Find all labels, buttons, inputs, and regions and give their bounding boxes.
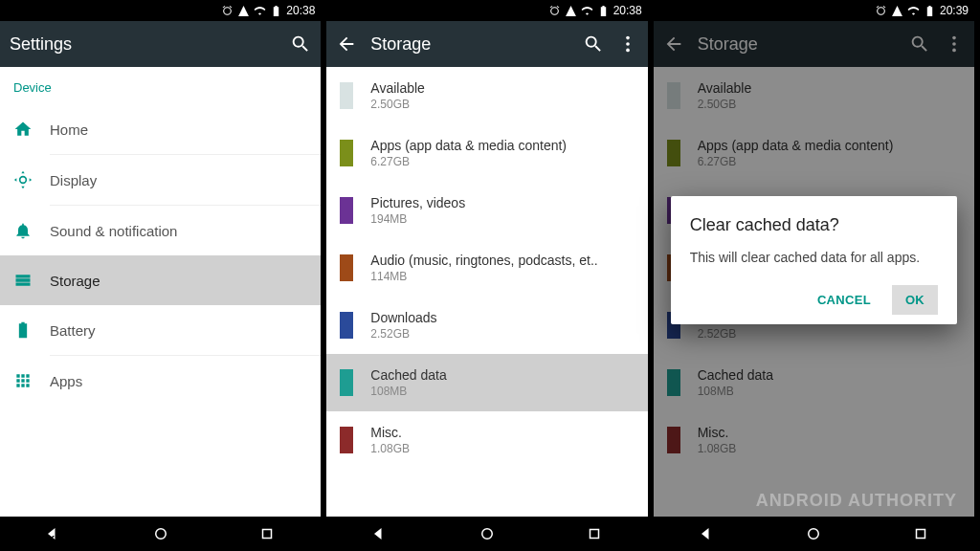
- settings-label: Battery: [50, 322, 96, 339]
- color-chip: [340, 197, 353, 224]
- svg-rect-1: [263, 530, 272, 539]
- alarm-icon: [548, 5, 561, 17]
- home-key[interactable]: [805, 525, 822, 542]
- storage-row[interactable]: Downloads2.52GB: [326, 297, 647, 354]
- storage-item-name: Pictures, videos: [370, 195, 465, 210]
- bell-icon: [11, 221, 34, 240]
- storage-item-name: Apps (app data & media content): [370, 138, 567, 153]
- storage-item-size: 2.50GB: [370, 98, 425, 111]
- color-chip: [340, 82, 353, 109]
- page-title: Settings: [10, 34, 277, 55]
- svg-rect-6: [590, 530, 598, 539]
- color-chip: [340, 369, 353, 396]
- color-chip: [340, 427, 353, 453]
- storage-row[interactable]: Available2.50GB: [326, 67, 647, 124]
- storage-icon: [11, 271, 34, 290]
- signal-icon: [891, 5, 903, 17]
- alarm-icon: [221, 5, 234, 17]
- storage-item-size: 108MB: [370, 385, 446, 398]
- storage-item-name: Downloads: [370, 310, 436, 325]
- battery-icon: [924, 5, 936, 17]
- search-icon[interactable]: [583, 33, 604, 55]
- nav-bar: [654, 517, 974, 551]
- back-key[interactable]: [371, 525, 389, 542]
- overflow-icon[interactable]: [617, 33, 638, 55]
- wifi-icon: [907, 5, 920, 17]
- status-time: 20:38: [613, 4, 642, 17]
- svg-rect-11: [917, 530, 925, 539]
- storage-dialog-panel: 20:39 Storage Available2.50GBApps (app d…: [654, 0, 980, 551]
- storage-item-size: 1.08GB: [370, 442, 410, 455]
- alarm-icon: [875, 5, 887, 17]
- settings-label: Apps: [50, 373, 82, 389]
- svg-point-4: [626, 49, 630, 53]
- status-bar: 20:38: [326, 0, 647, 21]
- home-icon: [11, 120, 34, 139]
- storage-row[interactable]: Apps (app data & media content)6.27GB: [326, 124, 647, 182]
- section-device: Device: [0, 67, 321, 104]
- svg-point-5: [482, 529, 493, 540]
- status-bar: 20:38: [0, 0, 321, 21]
- toolbar: Storage: [326, 21, 647, 67]
- settings-label: Home: [50, 121, 88, 138]
- storage-content: Available2.50GBApps (app data & media co…: [326, 67, 647, 517]
- apps-icon: [11, 371, 34, 390]
- storage-item-size: 194MB: [370, 212, 465, 226]
- storage-item-name: Audio (music, ringtones, podcasts, et..: [370, 253, 597, 268]
- dialog-body: This will clear cached data for all apps…: [690, 249, 938, 268]
- home-key[interactable]: [152, 525, 169, 542]
- battery-icon: [597, 5, 610, 17]
- back-key[interactable]: [699, 525, 716, 542]
- svg-point-10: [809, 529, 819, 540]
- color-chip: [340, 254, 353, 281]
- svg-point-3: [626, 42, 630, 46]
- settings-row-home[interactable]: Home: [0, 104, 321, 154]
- svg-point-0: [155, 529, 166, 540]
- back-icon[interactable]: [336, 33, 357, 55]
- recent-key[interactable]: [912, 525, 929, 542]
- status-time: 20:39: [940, 4, 969, 17]
- dialog-title: Clear cached data?: [690, 215, 938, 235]
- settings-row-battery[interactable]: Battery: [0, 305, 321, 355]
- settings-label: Display: [50, 172, 97, 188]
- storage-item-size: 6.27GB: [370, 155, 567, 168]
- color-chip: [340, 140, 353, 166]
- color-chip: [340, 312, 353, 339]
- search-icon[interactable]: [290, 33, 311, 55]
- signal-icon: [237, 5, 250, 17]
- wifi-icon: [254, 5, 266, 17]
- ok-button[interactable]: OK: [892, 285, 938, 315]
- recent-key[interactable]: [586, 525, 603, 542]
- storage-item-name: Misc.: [370, 425, 410, 440]
- settings-label: Sound & notification: [50, 223, 177, 239]
- page-title: Storage: [370, 34, 568, 55]
- status-bar: 20:39: [654, 0, 974, 21]
- battery-icon: [11, 320, 34, 340]
- recent-key[interactable]: [258, 525, 276, 542]
- home-key[interactable]: [479, 525, 496, 542]
- toolbar: Settings: [0, 21, 321, 67]
- storage-item-name: Available: [370, 80, 425, 96]
- storage-panel: 20:38 Storage Available2.50GBApps (app d…: [326, 0, 653, 551]
- settings-panel: 20:38 Settings Device HomeDisplaySound &…: [0, 0, 326, 551]
- settings-label: Storage: [50, 273, 100, 289]
- settings-row-bell[interactable]: Sound & notification: [0, 206, 321, 255]
- clear-cache-dialog: Clear cached data? This will clear cache…: [671, 196, 957, 324]
- settings-row-brightness[interactable]: Display: [0, 155, 321, 205]
- settings-row-apps[interactable]: Apps: [0, 356, 321, 406]
- storage-item-size: 2.52GB: [370, 327, 436, 341]
- storage-item-name: Cached data: [370, 367, 446, 383]
- storage-row[interactable]: Cached data108MB: [326, 354, 647, 411]
- signal-icon: [565, 5, 577, 17]
- storage-row[interactable]: Misc.1.08GB: [326, 411, 647, 469]
- settings-row-storage[interactable]: Storage: [0, 255, 321, 305]
- cancel-button[interactable]: CANCEL: [804, 285, 884, 315]
- storage-item-size: 114MB: [370, 270, 597, 283]
- wifi-icon: [581, 5, 593, 17]
- status-time: 20:38: [286, 4, 315, 17]
- android-authority-watermark: ANDROID AUTHORITY: [756, 491, 957, 511]
- storage-row[interactable]: Audio (music, ringtones, podcasts, et..1…: [326, 239, 647, 297]
- storage-row[interactable]: Pictures, videos194MB: [326, 182, 647, 239]
- nav-bar: [326, 517, 647, 551]
- watermark-logo: MANA APK: [4, 535, 55, 545]
